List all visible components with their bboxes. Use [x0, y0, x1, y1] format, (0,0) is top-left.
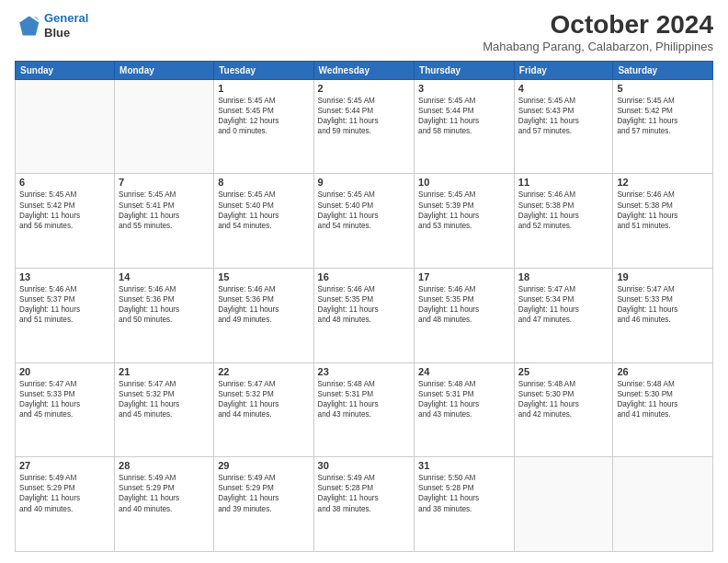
day-number: 22	[218, 366, 309, 377]
day-number: 5	[617, 83, 709, 94]
header-cell-wednesday: Wednesday	[313, 61, 415, 79]
day-info: Sunrise: 5:47 AMSunset: 5:33 PMDaylight:…	[617, 284, 709, 325]
calendar-cell: 31Sunrise: 5:50 AMSunset: 5:28 PMDayligh…	[415, 457, 515, 552]
day-number: 28	[119, 460, 210, 471]
day-number: 6	[19, 177, 110, 188]
header-cell-friday: Friday	[514, 61, 613, 79]
day-number: 20	[19, 366, 110, 377]
day-info: Sunrise: 5:45 AMSunset: 5:42 PMDaylight:…	[617, 96, 709, 136]
day-number: 10	[418, 177, 510, 188]
header-cell-saturday: Saturday	[613, 61, 713, 79]
day-number: 9	[318, 177, 411, 188]
calendar-cell: 21Sunrise: 5:47 AMSunset: 5:32 PMDayligh…	[115, 362, 214, 457]
day-info: Sunrise: 5:45 AMSunset: 5:42 PMDaylight:…	[19, 190, 110, 230]
day-number: 17	[418, 271, 510, 282]
calendar-cell: 8Sunrise: 5:45 AMSunset: 5:40 PMDaylight…	[214, 174, 313, 269]
day-info: Sunrise: 5:47 AMSunset: 5:32 PMDaylight:…	[119, 379, 210, 419]
calendar-cell: 13Sunrise: 5:46 AMSunset: 5:37 PMDayligh…	[16, 269, 115, 363]
day-info: Sunrise: 5:46 AMSunset: 5:35 PMDaylight:…	[418, 284, 510, 325]
calendar-cell: 19Sunrise: 5:47 AMSunset: 5:33 PMDayligh…	[613, 269, 713, 363]
calendar-week-row: 20Sunrise: 5:47 AMSunset: 5:33 PMDayligh…	[16, 362, 713, 457]
calendar-cell: 11Sunrise: 5:46 AMSunset: 5:38 PMDayligh…	[514, 174, 613, 269]
logo-text: General Blue	[44, 11, 88, 40]
day-number: 21	[119, 366, 210, 377]
calendar-body: 1Sunrise: 5:45 AMSunset: 5:45 PMDaylight…	[16, 79, 713, 551]
day-number: 8	[218, 177, 309, 188]
calendar-cell: 3Sunrise: 5:45 AMSunset: 5:44 PMDaylight…	[415, 79, 515, 174]
calendar-cell	[613, 457, 713, 552]
main-title: October 2024	[483, 11, 713, 40]
day-info: Sunrise: 5:48 AMSunset: 5:30 PMDaylight:…	[617, 379, 709, 419]
day-number: 19	[617, 271, 709, 282]
day-number: 12	[617, 177, 709, 188]
calendar-cell: 30Sunrise: 5:49 AMSunset: 5:28 PMDayligh…	[313, 457, 415, 552]
calendar-cell: 26Sunrise: 5:48 AMSunset: 5:30 PMDayligh…	[613, 362, 713, 457]
subtitle: Mahabang Parang, Calabarzon, Philippines	[483, 40, 713, 53]
day-info: Sunrise: 5:46 AMSunset: 5:36 PMDaylight:…	[119, 284, 210, 325]
calendar-cell: 5Sunrise: 5:45 AMSunset: 5:42 PMDaylight…	[613, 79, 713, 174]
calendar-cell	[16, 79, 115, 174]
day-info: Sunrise: 5:49 AMSunset: 5:28 PMDaylight:…	[318, 473, 411, 513]
title-block: October 2024 Mahabang Parang, Calabarzon…	[483, 11, 713, 53]
calendar-cell	[514, 457, 613, 552]
day-number: 27	[19, 460, 110, 471]
day-info: Sunrise: 5:48 AMSunset: 5:31 PMDaylight:…	[318, 379, 411, 419]
day-info: Sunrise: 5:47 AMSunset: 5:33 PMDaylight:…	[19, 379, 110, 419]
calendar-cell: 28Sunrise: 5:49 AMSunset: 5:29 PMDayligh…	[115, 457, 214, 552]
calendar-cell: 6Sunrise: 5:45 AMSunset: 5:42 PMDaylight…	[16, 174, 115, 269]
header-cell-tuesday: Tuesday	[214, 61, 313, 79]
calendar-cell: 4Sunrise: 5:45 AMSunset: 5:43 PMDaylight…	[514, 79, 613, 174]
calendar-week-row: 27Sunrise: 5:49 AMSunset: 5:29 PMDayligh…	[16, 457, 713, 552]
day-number: 16	[318, 271, 411, 282]
day-info: Sunrise: 5:46 AMSunset: 5:38 PMDaylight:…	[617, 190, 709, 230]
day-info: Sunrise: 5:47 AMSunset: 5:34 PMDaylight:…	[518, 284, 609, 325]
logo: General Blue	[15, 11, 88, 40]
day-number: 18	[518, 271, 609, 282]
calendar-cell: 25Sunrise: 5:48 AMSunset: 5:30 PMDayligh…	[514, 362, 613, 457]
calendar-cell: 15Sunrise: 5:46 AMSunset: 5:36 PMDayligh…	[214, 269, 313, 363]
calendar-cell: 10Sunrise: 5:45 AMSunset: 5:39 PMDayligh…	[415, 174, 515, 269]
calendar-cell: 22Sunrise: 5:47 AMSunset: 5:32 PMDayligh…	[214, 362, 313, 457]
day-number: 11	[518, 177, 609, 188]
calendar-cell: 24Sunrise: 5:48 AMSunset: 5:31 PMDayligh…	[415, 362, 515, 457]
day-info: Sunrise: 5:45 AMSunset: 5:40 PMDaylight:…	[318, 190, 411, 230]
day-info: Sunrise: 5:50 AMSunset: 5:28 PMDaylight:…	[418, 473, 510, 513]
header-cell-sunday: Sunday	[16, 61, 115, 79]
calendar-cell	[115, 79, 214, 174]
day-info: Sunrise: 5:45 AMSunset: 5:44 PMDaylight:…	[318, 96, 411, 136]
calendar-cell: 9Sunrise: 5:45 AMSunset: 5:40 PMDaylight…	[313, 174, 415, 269]
day-number: 26	[617, 366, 709, 377]
day-info: Sunrise: 5:46 AMSunset: 5:37 PMDaylight:…	[19, 284, 110, 325]
day-number: 31	[418, 460, 510, 471]
header: General Blue October 2024 Mahabang Paran…	[15, 11, 713, 53]
calendar-cell: 29Sunrise: 5:49 AMSunset: 5:29 PMDayligh…	[214, 457, 313, 552]
day-number: 25	[518, 366, 609, 377]
day-info: Sunrise: 5:45 AMSunset: 5:40 PMDaylight:…	[218, 190, 309, 230]
day-info: Sunrise: 5:45 AMSunset: 5:45 PMDaylight:…	[218, 96, 309, 136]
calendar-cell: 1Sunrise: 5:45 AMSunset: 5:45 PMDaylight…	[214, 79, 313, 174]
day-info: Sunrise: 5:46 AMSunset: 5:38 PMDaylight:…	[518, 190, 609, 230]
day-number: 13	[19, 271, 110, 282]
day-info: Sunrise: 5:45 AMSunset: 5:39 PMDaylight:…	[418, 190, 510, 230]
day-number: 14	[119, 271, 210, 282]
calendar-cell: 7Sunrise: 5:45 AMSunset: 5:41 PMDaylight…	[115, 174, 214, 269]
day-number: 24	[418, 366, 510, 377]
day-info: Sunrise: 5:47 AMSunset: 5:32 PMDaylight:…	[218, 379, 309, 419]
calendar-cell: 14Sunrise: 5:46 AMSunset: 5:36 PMDayligh…	[115, 269, 214, 363]
calendar-cell: 23Sunrise: 5:48 AMSunset: 5:31 PMDayligh…	[313, 362, 415, 457]
calendar-cell: 12Sunrise: 5:46 AMSunset: 5:38 PMDayligh…	[613, 174, 713, 269]
day-info: Sunrise: 5:45 AMSunset: 5:43 PMDaylight:…	[518, 96, 609, 136]
calendar-cell: 27Sunrise: 5:49 AMSunset: 5:29 PMDayligh…	[16, 457, 115, 552]
calendar-cell: 20Sunrise: 5:47 AMSunset: 5:33 PMDayligh…	[16, 362, 115, 457]
calendar-week-row: 13Sunrise: 5:46 AMSunset: 5:37 PMDayligh…	[16, 269, 713, 363]
day-info: Sunrise: 5:49 AMSunset: 5:29 PMDaylight:…	[218, 473, 309, 513]
header-cell-monday: Monday	[115, 61, 214, 79]
header-cell-thursday: Thursday	[415, 61, 515, 79]
calendar-cell: 2Sunrise: 5:45 AMSunset: 5:44 PMDaylight…	[313, 79, 415, 174]
day-number: 30	[318, 460, 411, 471]
calendar-cell: 16Sunrise: 5:46 AMSunset: 5:35 PMDayligh…	[313, 269, 415, 363]
page: General Blue October 2024 Mahabang Paran…	[0, 0, 728, 563]
day-info: Sunrise: 5:49 AMSunset: 5:29 PMDaylight:…	[19, 473, 110, 513]
day-number: 1	[218, 83, 309, 94]
day-number: 3	[418, 83, 510, 94]
